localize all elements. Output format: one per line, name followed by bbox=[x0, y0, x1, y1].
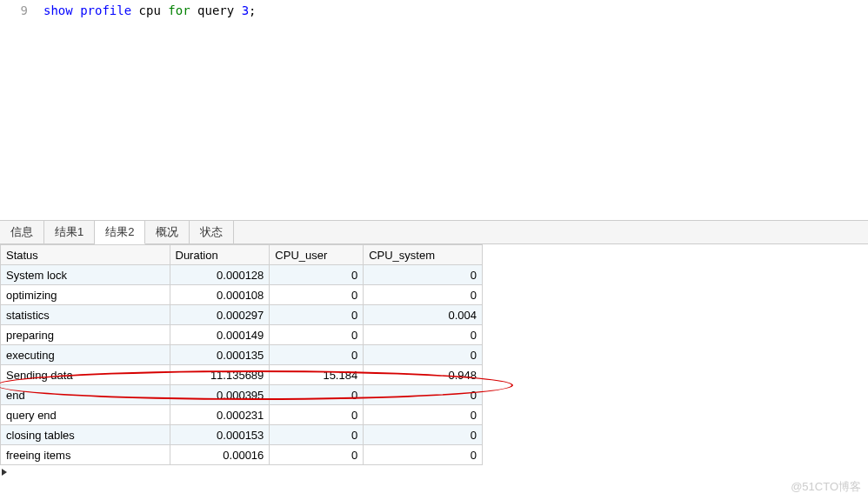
tab-3[interactable]: 概况 bbox=[145, 221, 190, 243]
cell-cpu-system: 0 bbox=[364, 345, 483, 365]
cell-duration: 0.000297 bbox=[170, 305, 270, 325]
cell-status: Sending data bbox=[1, 365, 170, 385]
cell-cpu-user: 0 bbox=[270, 425, 364, 445]
cell-status: executing bbox=[1, 345, 170, 365]
column-header[interactable]: Duration bbox=[170, 245, 270, 265]
cell-cpu-user: 0 bbox=[270, 445, 364, 465]
table-row[interactable]: statistics0.00029700.004 bbox=[1, 305, 483, 325]
current-row-marker-icon bbox=[2, 469, 7, 476]
cell-cpu-user: 15.184 bbox=[270, 365, 364, 385]
code-token: cpu bbox=[131, 3, 168, 17]
table-row[interactable]: preparing0.00014900 bbox=[1, 325, 483, 345]
table-row[interactable]: query end0.00023100 bbox=[1, 405, 483, 425]
code-token: 3 bbox=[242, 3, 249, 17]
cell-duration: 0.000135 bbox=[170, 345, 270, 365]
code-token: profile bbox=[80, 3, 131, 17]
table-row[interactable]: freeing items0.0001600 bbox=[1, 445, 483, 465]
cell-cpu-system: 0 bbox=[364, 265, 483, 285]
code-tokens: show profile cpu for query 3; bbox=[43, 3, 257, 17]
cell-status: end bbox=[1, 385, 170, 405]
watermark: @51CTO博客 bbox=[791, 479, 861, 495]
cell-cpu-user: 0 bbox=[270, 325, 364, 345]
tab-1[interactable]: 结果1 bbox=[44, 221, 95, 243]
cell-duration: 0.00016 bbox=[170, 445, 270, 465]
cell-cpu-system: 0 bbox=[364, 425, 483, 445]
code-token: ; bbox=[249, 3, 256, 17]
cell-cpu-user: 0 bbox=[270, 305, 364, 325]
cell-status: query end bbox=[1, 405, 170, 425]
cell-cpu-system: 0.004 bbox=[364, 305, 483, 325]
cell-duration: 0.000149 bbox=[170, 325, 270, 345]
table-row[interactable]: closing tables0.00015300 bbox=[1, 425, 483, 445]
code-line: 9 show profile cpu for query 3; bbox=[7, 3, 861, 17]
table-row[interactable]: end0.00039500 bbox=[1, 385, 483, 405]
tab-4[interactable]: 状态 bbox=[190, 221, 234, 243]
table-body: System lock0.00012800optimizing0.0001080… bbox=[1, 265, 483, 465]
cell-duration: 0.000128 bbox=[170, 265, 270, 285]
column-header[interactable]: Status bbox=[1, 245, 170, 265]
cell-cpu-user: 0 bbox=[270, 405, 364, 425]
cell-status: closing tables bbox=[1, 425, 170, 445]
tab-2[interactable]: 结果2 bbox=[95, 221, 145, 244]
cell-cpu-system: 0 bbox=[364, 325, 483, 345]
sql-editor[interactable]: 9 show profile cpu for query 3; bbox=[0, 0, 868, 221]
table-row[interactable]: executing0.00013500 bbox=[1, 345, 483, 365]
table-row[interactable]: Sending data11.13568915.1840.948 bbox=[1, 365, 483, 385]
cell-status: freeing items bbox=[1, 445, 170, 465]
column-header[interactable]: CPU_user bbox=[270, 245, 364, 265]
cell-cpu-user: 0 bbox=[270, 385, 364, 405]
cell-cpu-user: 0 bbox=[270, 285, 364, 305]
code-token: for bbox=[168, 3, 190, 17]
table-row[interactable]: optimizing0.00010800 bbox=[1, 285, 483, 305]
column-header[interactable]: CPU_system bbox=[364, 245, 483, 265]
tab-0[interactable]: 信息 bbox=[0, 221, 44, 243]
table-header-row: StatusDurationCPU_userCPU_system bbox=[1, 245, 483, 265]
cell-cpu-system: 0 bbox=[364, 405, 483, 425]
table-row[interactable]: System lock0.00012800 bbox=[1, 265, 483, 285]
code-token bbox=[73, 3, 80, 17]
cell-duration: 0.000395 bbox=[170, 385, 270, 405]
cell-status: statistics bbox=[1, 305, 170, 325]
cell-status: System lock bbox=[1, 265, 170, 285]
cell-cpu-system: 0 bbox=[364, 285, 483, 305]
cell-duration: 0.000108 bbox=[170, 285, 270, 305]
cell-duration: 0.000153 bbox=[170, 425, 270, 445]
code-token: query bbox=[190, 3, 242, 17]
cell-duration: 0.000231 bbox=[170, 405, 270, 425]
cell-status: optimizing bbox=[1, 285, 170, 305]
cell-cpu-system: 0.948 bbox=[364, 365, 483, 385]
result-tabs: 信息结果1结果2概况状态 bbox=[0, 221, 868, 244]
result-table-wrap: StatusDurationCPU_userCPU_system System … bbox=[0, 244, 868, 465]
cell-status: preparing bbox=[1, 325, 170, 345]
cell-cpu-system: 0 bbox=[364, 385, 483, 405]
cell-duration: 11.135689 bbox=[170, 365, 270, 385]
line-number: 9 bbox=[7, 3, 28, 17]
cell-cpu-system: 0 bbox=[364, 445, 483, 465]
cell-cpu-user: 0 bbox=[270, 265, 364, 285]
result-table: StatusDurationCPU_userCPU_system System … bbox=[0, 244, 483, 465]
code-token: show bbox=[43, 3, 73, 17]
cell-cpu-user: 0 bbox=[270, 345, 364, 365]
